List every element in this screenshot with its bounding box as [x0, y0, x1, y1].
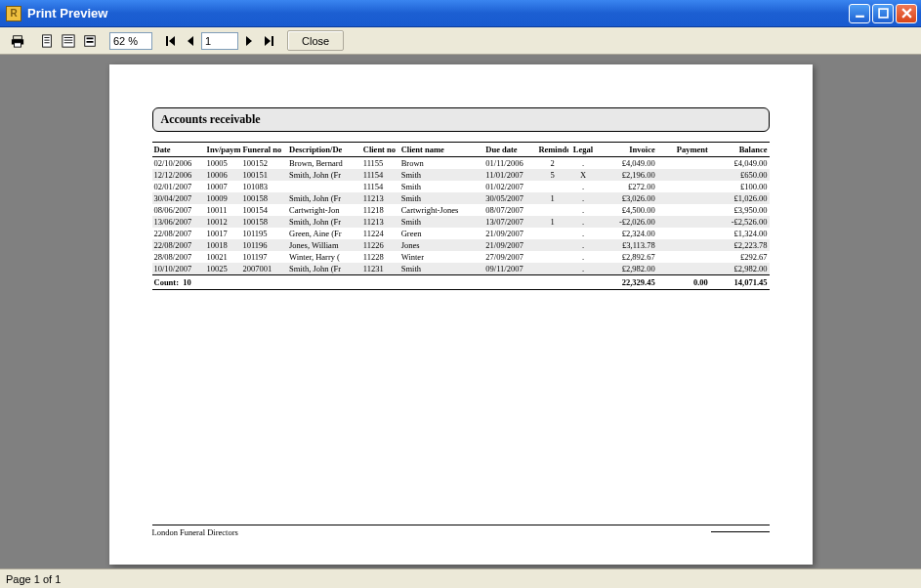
cell: Cartwright-Jones: [399, 204, 484, 216]
footer-company: London Funeral Directors: [152, 527, 238, 537]
cell: [657, 239, 710, 251]
cell: Smith, John (Fr: [287, 263, 361, 275]
first-page-button[interactable]: [162, 32, 180, 50]
total-balance: 14,071.45: [710, 275, 770, 290]
col-desc: Description/De: [287, 143, 361, 157]
svg-rect-21: [272, 36, 273, 46]
printer-icon: [11, 34, 24, 48]
cell: 11213: [361, 216, 399, 228]
cell: 10009: [205, 192, 241, 204]
toolbar: Close: [0, 27, 921, 55]
cell: [657, 192, 710, 204]
cell: 30/04/2007: [152, 192, 205, 204]
cell: -£2,026.00: [598, 216, 657, 228]
cell: 22/08/2007: [152, 239, 205, 251]
view-width-button[interactable]: [59, 31, 78, 51]
cell: Brown: [399, 157, 484, 170]
cell: £3,113.78: [598, 239, 657, 251]
cell: .: [568, 157, 598, 170]
cell: Smith, John (Fr: [287, 216, 361, 228]
cell: Green: [399, 228, 484, 239]
cell: 01/11/2006: [483, 157, 536, 170]
col-cname: Client name: [399, 143, 484, 157]
cell: 101196: [240, 239, 287, 251]
cell: 22/08/2007: [152, 228, 205, 239]
print-button[interactable]: [8, 31, 27, 51]
cell: 10018: [205, 239, 241, 251]
cell: 10/10/2007: [152, 263, 205, 275]
cell: £272.00: [598, 181, 657, 192]
page-100-icon: [83, 34, 97, 48]
cell: [657, 228, 710, 239]
minimize-button[interactable]: [849, 4, 870, 23]
table-row: 02/10/200610005100152Brown, Bernard11155…: [152, 157, 770, 170]
view-whole-button[interactable]: [37, 31, 57, 51]
cell: 10025: [205, 263, 241, 275]
cell: 11213: [361, 192, 399, 204]
cell: Brown, Bernard: [287, 157, 361, 170]
cell: Smith: [399, 263, 484, 275]
cell: £2,196.00: [598, 169, 657, 181]
cell: 100158: [240, 192, 287, 204]
cell: 100154: [240, 204, 287, 216]
table-row: 28/08/200710021101197Winter, Harry (1122…: [152, 251, 770, 263]
report-table: Date Inv/paym.no Funeral no Description/…: [152, 142, 770, 290]
cell: 02/01/2007: [152, 181, 205, 192]
svg-rect-4: [15, 42, 21, 46]
cell: 30/05/2007: [483, 192, 536, 204]
close-window-button[interactable]: [896, 4, 917, 23]
svg-marker-20: [265, 36, 271, 46]
cell: £2,324.00: [598, 228, 657, 239]
cell: 2007001: [240, 263, 287, 275]
cell: 10021: [205, 251, 241, 263]
cell: 100152: [240, 157, 287, 170]
cell: 10012: [205, 216, 241, 228]
close-icon: [901, 8, 912, 19]
cell: 02/10/2006: [152, 157, 205, 170]
page-input[interactable]: [201, 32, 238, 50]
next-icon: [244, 36, 254, 46]
cell: Cartwright-Jon: [287, 204, 361, 216]
svg-rect-5: [43, 34, 52, 46]
cell: .: [568, 228, 598, 239]
last-page-button[interactable]: [260, 32, 277, 50]
view-100-button[interactable]: [80, 31, 100, 51]
zoom-input[interactable]: [109, 32, 152, 50]
cell: Smith, John (Fr: [287, 169, 361, 181]
total-invoice: 22,329.45: [598, 275, 657, 290]
preview-area[interactable]: Accounts receivable Date Inv/paym.no Fun…: [0, 55, 921, 568]
maximize-button[interactable]: [872, 4, 894, 23]
cell: [657, 263, 710, 275]
prev-page-button[interactable]: [182, 32, 199, 50]
page-footer: London Funeral Directors: [152, 525, 770, 537]
svg-rect-16: [166, 36, 168, 46]
maximize-icon: [878, 8, 889, 19]
cell: Winter: [399, 251, 484, 263]
svg-rect-0: [856, 16, 864, 18]
prev-icon: [186, 36, 195, 46]
cell: £3,026.00: [598, 192, 657, 204]
cell: .: [568, 204, 598, 216]
cell: £100.00: [710, 181, 770, 192]
cell: [657, 216, 710, 228]
window-buttons: [849, 4, 917, 23]
close-button[interactable]: Close: [287, 30, 344, 51]
cell: 10011: [205, 204, 241, 216]
cell: [536, 251, 567, 263]
cell: Smith: [399, 216, 484, 228]
col-date: Date: [152, 143, 205, 157]
cell: £2,982.00: [710, 263, 770, 275]
cell: 08/06/2007: [152, 204, 205, 216]
table-row: 13/06/200710012100158Smith, John (Fr1121…: [152, 216, 770, 228]
svg-rect-9: [63, 34, 74, 46]
cell: .: [568, 251, 598, 263]
next-page-button[interactable]: [240, 32, 258, 50]
svg-rect-2: [14, 35, 22, 39]
totals-row: Count: 10 22,329.45 0.00 14,071.45: [152, 275, 770, 290]
cell: 09/11/2007: [483, 263, 536, 275]
svg-rect-15: [87, 41, 94, 43]
cell: .: [568, 263, 598, 275]
cell: 101195: [240, 228, 287, 239]
svg-rect-1: [879, 9, 888, 18]
window-title: Print Preview: [27, 6, 849, 21]
